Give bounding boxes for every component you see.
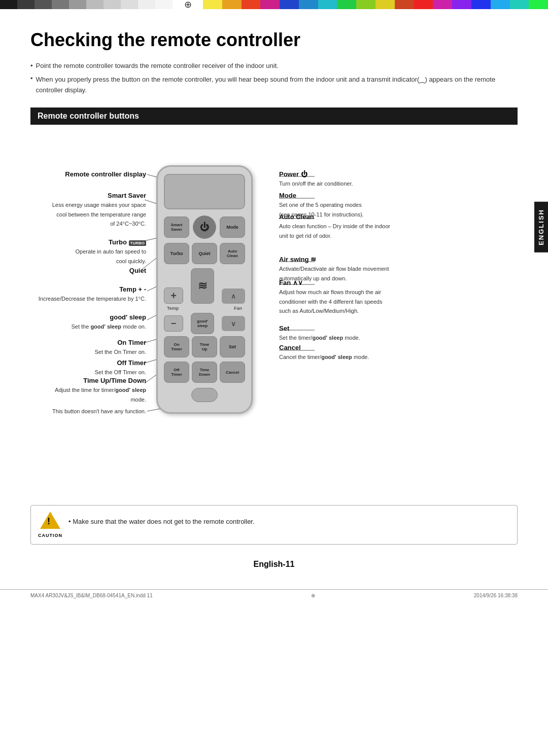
intro-bullets: • Point the remote controller towards th… [30, 61, 518, 95]
good-sleep-button[interactable]: good'sleep [191, 313, 214, 334]
bottom-button[interactable] [191, 388, 218, 402]
label-fan: Fan ∧∨ Adjust how much air flows through… [279, 278, 382, 315]
mode-button[interactable]: Mode [220, 217, 245, 238]
intro-bullet-2: • When you properly press the button on … [30, 74, 518, 96]
caution-icon: CAUTION [39, 514, 61, 536]
label-quiet: Quiet [30, 266, 146, 275]
remote-body: SmartSaver ⏻ Mode Turbo Quiet AutoClean … [156, 165, 253, 414]
page-title: Checking the remote controller [30, 29, 518, 51]
caution-text: • Make sure that the water does not get … [68, 514, 255, 525]
label-temp: Temp + - Increase/Decrease the temperatu… [30, 284, 146, 303]
english-sidebar: ENGLISH [534, 202, 548, 253]
off-timer-button[interactable]: OffTimer [164, 362, 189, 383]
remote-mid-1: + ≋ ∧ [164, 268, 245, 304]
label-time-updown: Time Up/Time Down Adjust the time for ti… [30, 376, 146, 404]
label-turbo: Turbo TURBO Operate in auto fan speed to… [30, 237, 146, 265]
label-good-sleep: good' sleep Set the good' sleep mode on. [30, 312, 146, 331]
label-smart-saver: Smart Saver Less energy usage makes your… [30, 191, 146, 228]
label-cancel: Cancel Cancel the timer/good' sleep mode… [279, 343, 369, 362]
label-on-timer: On Timer Set the On Timer on. [30, 338, 146, 356]
remote-row-3: OnTimer TimeUp Set [164, 336, 245, 357]
intro-bullet-1: • Point the remote controller towards th… [30, 61, 518, 71]
temp-minus-button[interactable]: − [164, 315, 183, 332]
label-power: Power ⏻ Turn on/off the air conditioner. [279, 169, 353, 188]
caution-triangle-icon [40, 512, 60, 529]
label-no-function: This button doesn't have any function. [30, 406, 146, 416]
remote-row-2: Turbo Quiet AutoClean [164, 243, 245, 264]
cb-center: ⊕ [173, 0, 203, 9]
footer: MAX4 AR30JV&JS_IB&IM_DB68-04541A_EN.indd… [0, 589, 548, 601]
footer-left: MAX4 AR30JV&JS_IB&IM_DB68-04541A_EN.indd… [30, 593, 153, 598]
on-timer-button[interactable]: OnTimer [164, 336, 189, 357]
section-header: Remote controller buttons [30, 107, 518, 125]
temp-plus-button[interactable]: + [164, 287, 183, 304]
page-number: English-11 [30, 560, 518, 569]
cb-right [203, 0, 548, 9]
fan-up-button[interactable]: ∧ [222, 289, 245, 304]
footer-center-icon: ⊕ [311, 593, 315, 598]
label-auto-clean: Auto Clean Auto clean function – Dry ins… [279, 212, 390, 240]
cb-left [0, 0, 173, 9]
remote-controller: SmartSaver ⏻ Mode Turbo Quiet AutoClean … [156, 150, 253, 414]
remote-display-screen [164, 174, 245, 209]
page-content: Checking the remote controller • Point t… [0, 9, 548, 589]
diagram-wrapper: Remote controller display Smart Saver Le… [30, 140, 518, 505]
quiet-button[interactable]: Quiet [192, 243, 217, 264]
fan-down-button[interactable]: ∨ [222, 316, 245, 331]
caution-label: CAUTION [38, 533, 62, 538]
label-set: Set Set the timer/good' sleep mode. [279, 323, 360, 342]
cancel-button[interactable]: Cancel [220, 362, 245, 383]
remote-mid-2: − good'sleep ∨ [164, 313, 245, 334]
air-swing-button[interactable]: ≋ [191, 268, 214, 304]
auto-clean-button[interactable]: AutoClean [220, 243, 245, 264]
time-down-button[interactable]: TimeDown [192, 362, 217, 383]
label-off-timer: Off Timer Set the Off Timer on. [30, 358, 146, 377]
power-button[interactable]: ⏻ [193, 215, 216, 239]
set-button[interactable]: Set [220, 336, 245, 357]
bottom-button-area [164, 388, 245, 402]
caution-box: CAUTION • Make sure that the water does … [30, 505, 518, 545]
remote-row-1: SmartSaver ⏻ Mode [164, 215, 245, 239]
time-up-button[interactable]: TimeUp [192, 336, 217, 357]
mid-labels: Temp Fan [164, 306, 245, 311]
turbo-button[interactable]: Turbo [164, 243, 189, 264]
label-remote-display: Remote controller display [30, 169, 146, 178]
footer-right: 2014/9/26 16:38:38 [474, 593, 518, 598]
smart-saver-button[interactable]: SmartSaver [164, 217, 189, 238]
remote-row-4: OffTimer TimeDown Cancel [164, 362, 245, 383]
color-bar-top: ⊕ [0, 0, 548, 9]
